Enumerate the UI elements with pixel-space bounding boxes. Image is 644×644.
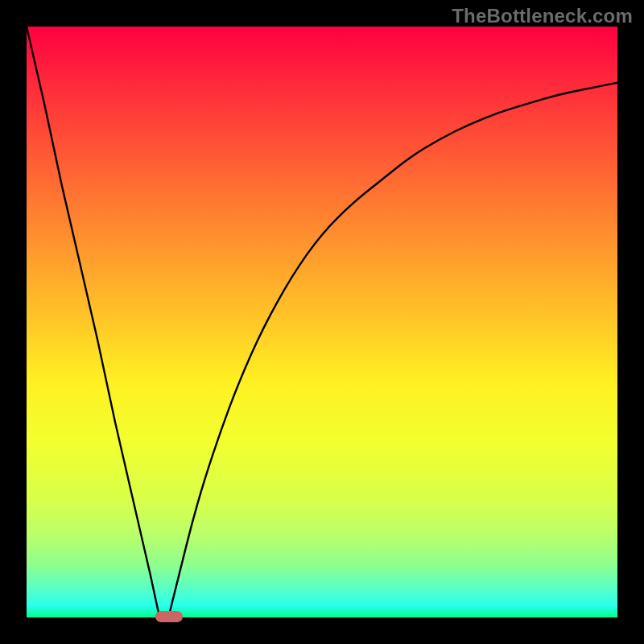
minimum-marker [155, 611, 183, 622]
chart-frame: TheBottleneck.com [0, 0, 644, 644]
curve-path [27, 27, 617, 617]
watermark-text: TheBottleneck.com [452, 5, 633, 27]
plot-area [27, 27, 617, 617]
bottleneck-curve [27, 27, 617, 617]
